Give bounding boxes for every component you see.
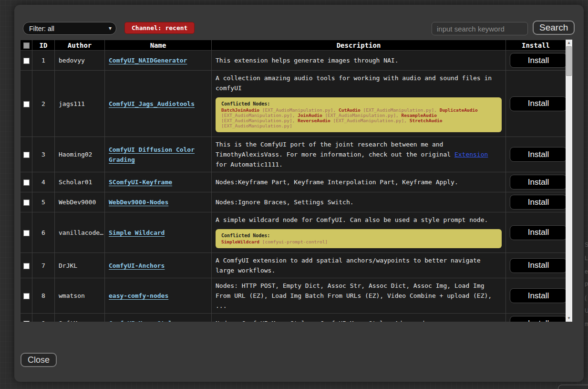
install-button[interactable]: Install [510, 195, 566, 210]
extension-name-link[interactable]: WebDev9000-Nodes [109, 199, 168, 206]
conflict-title: Conflicted Nodes: [221, 101, 496, 106]
conflict-node-file: [comfyui-prompt-control] [262, 239, 328, 244]
row-select-cell [21, 253, 32, 278]
row-checkbox[interactable] [23, 58, 30, 64]
conflict-node-file: [EXT_AudioManipulation.py] [262, 107, 333, 113]
description-text: A ComfyUI extension to add spatial ancho… [216, 255, 502, 275]
row-description: A simple wildcard node for ComfyUI. Can … [212, 212, 506, 253]
install-button[interactable]: Install [510, 175, 566, 189]
row-checkbox[interactable] [23, 179, 30, 186]
description-link[interactable]: Extension [454, 151, 488, 158]
extension-installer-dialog: Filter: all ▾ Channel: recent Search ID … [14, 5, 584, 382]
row-install-cell: Install [506, 172, 566, 192]
filter-select[interactable]: Filter: all [23, 22, 116, 35]
conflict-node-file: [EXT_AudioManipulation.py] [325, 113, 396, 118]
occluded-background-button [558, 385, 588, 389]
conflict-node-file: [EXT_AudioManipulation.py] [221, 123, 292, 128]
conflict-node-file: [EXT_AudioManipulation.py] [363, 107, 434, 113]
header-description: Description [212, 40, 506, 51]
select-all-checkbox[interactable] [23, 42, 30, 49]
close-button[interactable]: Close [21, 353, 57, 367]
extension-name-link[interactable]: ComfyUI_NAIDGenerator [109, 57, 187, 64]
row-author: bedovyy [55, 51, 105, 71]
row-author: DrJKL [55, 253, 105, 278]
conflict-node-name: StretchAudio [410, 118, 443, 123]
row-description: This extension helps generate images thr… [212, 51, 506, 71]
description-text: A collection amazing audio tools for wor… [216, 73, 502, 93]
conflict-separator: , [396, 113, 401, 118]
row-name-cell: ComfyUI Diffusion Color Grading [105, 137, 212, 172]
row-id: 2 [32, 71, 55, 137]
install-button[interactable]: Install [510, 225, 566, 240]
description-text: This is the ComfyUI port of the joint re… [216, 139, 502, 169]
scrollbar-down-icon[interactable]: ▼ [566, 315, 572, 322]
conflict-list: SimpleWildcard [comfyui-prompt-control] [221, 239, 496, 244]
row-select-cell [21, 137, 32, 172]
install-button[interactable]: Install [510, 53, 566, 68]
description-text: Nodes: ComfyUI Mexx Styler, ComfyUI Mexx… [216, 318, 502, 322]
row-install-cell: Install [506, 253, 566, 278]
row-checkbox[interactable] [23, 200, 30, 206]
search-input[interactable] [432, 22, 528, 35]
row-author: wmatson [55, 278, 105, 314]
row-select-cell [21, 278, 32, 314]
conflict-node-file: [EXT_AudioManipulation.py] [221, 118, 292, 123]
row-checkbox[interactable] [23, 101, 30, 107]
scrollbar-thumb[interactable] [566, 46, 572, 76]
install-button[interactable]: Install [510, 147, 566, 162]
scrollbar-up-icon[interactable]: ▲ [566, 40, 572, 46]
install-button[interactable]: Install [510, 96, 566, 111]
row-install-cell: Install [506, 137, 566, 172]
row-checkbox[interactable] [23, 321, 30, 322]
row-checkbox[interactable] [23, 152, 30, 158]
description-text: This extension helps generate images thr… [216, 55, 502, 65]
row-id: 6 [32, 212, 55, 253]
header-author: Author [55, 40, 105, 51]
conflict-box: Conflicted Nodes:SimpleWildcard [comfyui… [216, 229, 502, 248]
row-author: Haoming02 [55, 137, 105, 172]
row-name-cell: ComfyUI_Mexx_Styler [105, 314, 212, 322]
row-select-cell [21, 314, 32, 322]
extension-name-link[interactable]: ComfyUI Diffusion Color Grading [109, 146, 195, 163]
install-button[interactable]: Install [510, 316, 566, 322]
row-description: This is the ComfyUI port of the joint re… [212, 137, 506, 172]
table-row: 4Scholar01SComfyUI-KeyframeNodes:Keyfram… [21, 172, 566, 192]
row-install-cell: Install [506, 71, 566, 137]
table-row: 2jags111ComfyUI_Jags_AudiotoolsA collect… [21, 71, 566, 137]
header-select [21, 40, 32, 51]
header-install: Install [506, 40, 566, 51]
table-row: 7DrJKLComfyUI-AnchorsA ComfyUI extension… [21, 253, 566, 278]
extension-name-link[interactable]: ComfyUI-Anchors [109, 262, 165, 269]
conflict-separator: , [404, 118, 409, 123]
row-name-cell: easy-comfy-nodes [105, 278, 212, 314]
row-select-cell [21, 51, 32, 71]
extension-name-link[interactable]: ComfyUI_Mexx_Styler [109, 320, 180, 322]
row-install-cell: Install [506, 192, 566, 212]
row-name-cell: SComfyUI-Keyframe [105, 172, 212, 192]
background-text-fragment: e [585, 268, 588, 275]
conflict-node-name: BatchJoinAudio [221, 107, 259, 113]
description-text: Nodes:Ignore Braces, Settings Switch. [216, 197, 502, 207]
row-checkbox[interactable] [23, 263, 30, 269]
description-text: Nodes:Keyframe Part, Keyframe Interpolat… [216, 177, 502, 187]
row-checkbox[interactable] [23, 230, 30, 236]
row-checkbox[interactable] [23, 293, 30, 299]
install-button[interactable]: Install [510, 258, 566, 273]
header-name: Name [105, 40, 212, 51]
conflict-separator: , [292, 113, 298, 118]
extension-name-link[interactable]: easy-comfy-nodes [109, 292, 168, 299]
install-button[interactable]: Install [510, 288, 566, 303]
description-text: A simple wildcard node for ComfyUI. Can … [216, 215, 502, 225]
channel-button[interactable]: Channel: recent [124, 22, 195, 34]
background-text-fragment: P [585, 282, 588, 288]
extension-name-link[interactable]: ComfyUI_Jags_Audiotools [109, 100, 195, 107]
search-button[interactable]: Search [533, 21, 575, 35]
conflict-separator: , [434, 107, 439, 113]
row-author: vanillacode… [55, 212, 105, 253]
extension-name-link[interactable]: Simple Wildcard [109, 229, 165, 236]
extension-table-viewport: ID Author Name Description Install 1bedo… [20, 40, 566, 322]
row-install-cell: Install [506, 278, 566, 314]
row-description: A ComfyUI extension to add spatial ancho… [212, 253, 506, 278]
table-scrollbar[interactable]: ▲ ▼ [566, 40, 572, 322]
extension-name-link[interactable]: SComfyUI-Keyframe [109, 179, 172, 186]
